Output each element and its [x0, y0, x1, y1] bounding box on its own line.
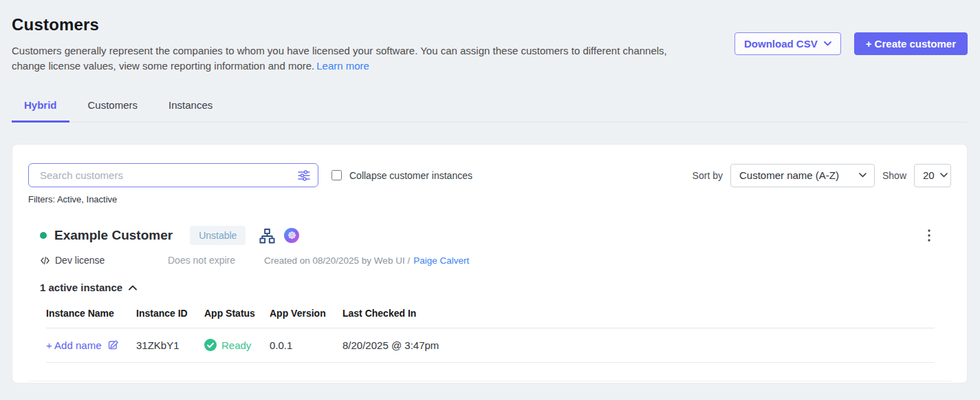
- kubernetes-icon: ☸: [284, 228, 299, 243]
- customer-block: Example Customer Unstable ☸: [28, 226, 951, 381]
- download-csv-button[interactable]: Download CSV: [734, 32, 841, 55]
- kebab-menu-button[interactable]: [924, 228, 935, 243]
- collapse-instances-checkbox[interactable]: [331, 170, 342, 180]
- tab-instances[interactable]: Instances: [156, 99, 225, 123]
- code-license-icon: [40, 255, 50, 266]
- customer-block-divider: [28, 381, 951, 381]
- tab-hybrid[interactable]: Hybrid: [12, 99, 69, 123]
- filters-summary: Filters: Active, Inactive: [28, 194, 951, 204]
- chevron-down-icon: [859, 173, 867, 178]
- customer-meta-row: Dev license Does not expire Created on 0…: [40, 255, 951, 266]
- page-description: Customers generally represent the compan…: [12, 43, 682, 74]
- column-header-last-checked-in: Last Checked In: [342, 308, 935, 328]
- instance-name-cell: + Add name: [46, 328, 136, 363]
- search-box: [28, 163, 318, 187]
- column-header-instance-id: Instance ID: [136, 308, 204, 328]
- license-type: Dev license: [40, 255, 168, 266]
- column-header-app-version: App Version: [270, 308, 342, 328]
- customer-header-row: Example Customer Unstable ☸: [28, 226, 951, 245]
- page-title: Customers: [12, 15, 968, 34]
- collapse-instances-label: Collapse customer instances: [349, 170, 472, 181]
- header-actions: Download CSV + Create customer: [734, 32, 968, 55]
- instances-toggle[interactable]: 1 active instance: [40, 282, 137, 293]
- chevron-up-icon: [129, 285, 137, 291]
- learn-more-link[interactable]: Learn more: [316, 60, 369, 72]
- sort-select[interactable]: Customer name (A-Z): [730, 164, 875, 187]
- search-input[interactable]: [28, 163, 318, 187]
- tab-customers[interactable]: Customers: [76, 99, 151, 123]
- column-header-instance-name: Instance Name: [46, 308, 136, 328]
- created-info: Created on 08/20/2025 by Web UI /Paige C…: [264, 255, 469, 266]
- create-customer-button[interactable]: + Create customer: [854, 32, 968, 55]
- show-select[interactable]: 20: [914, 164, 951, 187]
- sitemap-icon: [259, 228, 275, 244]
- column-header-app-status: App Status: [204, 308, 270, 328]
- edit-pencil-icon: [107, 339, 119, 351]
- add-name-button[interactable]: + Add name: [46, 339, 119, 351]
- created-text: Created on 08/20/2025 by Web UI /: [264, 255, 410, 266]
- instances-toggle-label: 1 active instance: [40, 282, 122, 293]
- license-type-label: Dev license: [55, 255, 105, 266]
- instance-table: Instance Name Instance ID App Status App…: [46, 308, 935, 363]
- page-header: Customers Customers generally represent …: [0, 0, 980, 74]
- download-csv-label: Download CSV: [744, 38, 818, 50]
- tab-bar: Hybrid Customers Instances: [12, 99, 968, 123]
- sort-by-label: Sort by: [693, 170, 723, 181]
- collapse-instances-control: Collapse customer instances: [331, 170, 472, 181]
- license-expiration: Does not expire: [168, 255, 264, 266]
- chevron-down-icon: [824, 41, 831, 46]
- app-status-label: Ready: [221, 339, 251, 351]
- customer-name-link[interactable]: Example Customer: [54, 228, 173, 243]
- app-version-cell: 0.0.1: [270, 328, 342, 363]
- app-status: Ready: [204, 339, 251, 351]
- channel-badge: Unstable: [190, 226, 246, 245]
- created-by-link[interactable]: Paige Calvert: [413, 255, 469, 266]
- filter-sliders-icon[interactable]: [297, 169, 311, 182]
- toolbar: Collapse customer instances Sort by Cust…: [28, 163, 951, 187]
- customers-page: Customers Customers generally represent …: [0, 0, 980, 400]
- add-name-label: + Add name: [46, 339, 101, 351]
- customers-card: Collapse customer instances Sort by Cust…: [12, 144, 968, 383]
- sort-select-value: Customer name (A-Z): [739, 169, 839, 181]
- check-circle-icon: [204, 339, 217, 351]
- last-checked-in-cell: 8/20/2025 @ 3:47pm: [342, 328, 935, 363]
- show-label: Show: [882, 170, 906, 181]
- sort-controls: Sort by Customer name (A-Z) Show 20: [693, 164, 951, 187]
- app-status-cell: Ready: [204, 328, 270, 363]
- chevron-down-icon: [940, 173, 948, 178]
- show-select-value: 20: [923, 169, 935, 181]
- active-status-dot: [40, 232, 47, 239]
- instance-id-cell: 31ZKbY1: [136, 328, 204, 363]
